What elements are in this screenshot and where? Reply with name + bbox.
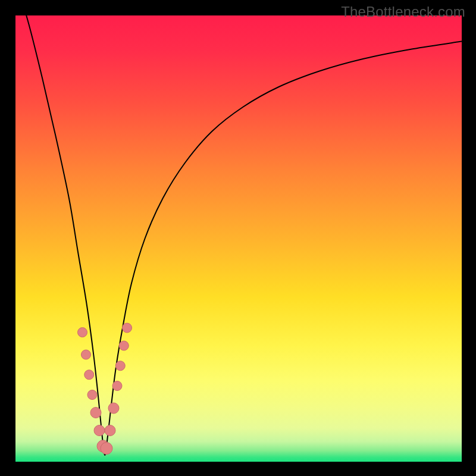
sample-point xyxy=(82,350,91,359)
sample-point xyxy=(90,408,101,418)
sample-point xyxy=(115,361,125,371)
sample-point xyxy=(78,328,87,337)
sample-point xyxy=(84,370,94,380)
sample-point xyxy=(108,403,119,414)
sample-point xyxy=(101,443,112,455)
sample-point xyxy=(105,425,115,436)
plot-area xyxy=(15,15,462,462)
sample-point xyxy=(112,381,122,391)
sample-point xyxy=(123,323,132,333)
sample-points-group xyxy=(78,323,132,455)
chart-svg xyxy=(15,15,462,462)
chart-outer-frame: TheBottleneck.com xyxy=(0,0,476,476)
sample-point xyxy=(119,341,129,350)
bottleneck-curve xyxy=(15,15,462,455)
sample-point xyxy=(87,390,97,400)
attribution-text: TheBottleneck.com xyxy=(341,4,465,20)
sample-point xyxy=(94,425,105,436)
